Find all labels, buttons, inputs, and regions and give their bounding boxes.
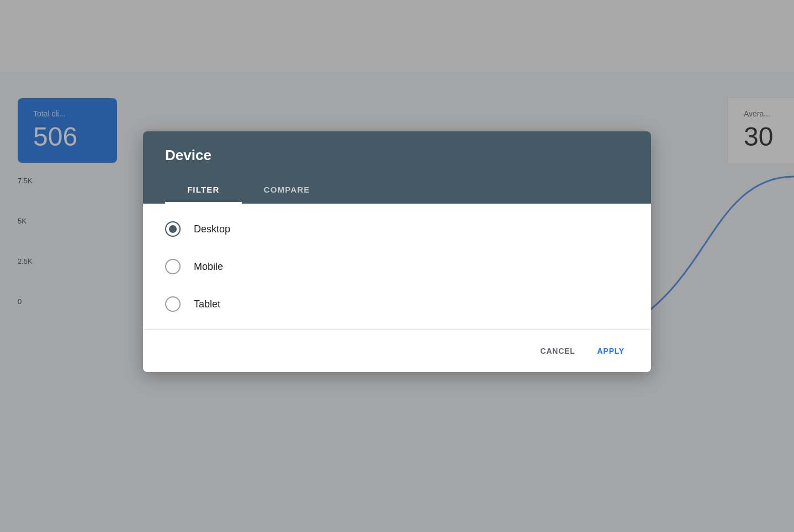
apply-button[interactable]: APPLY xyxy=(589,341,633,361)
modal-title: Device xyxy=(165,147,629,164)
option-desktop[interactable]: Desktop xyxy=(143,210,651,248)
option-tablet[interactable]: Tablet xyxy=(143,285,651,323)
modal-body: Desktop Mobile Tablet CANCEL APPLY xyxy=(143,204,651,372)
radio-mobile[interactable] xyxy=(165,259,181,274)
modal-header: Device FILTER COMPARE xyxy=(143,131,651,204)
radio-tablet[interactable] xyxy=(165,296,181,312)
tab-compare[interactable]: COMPARE xyxy=(242,177,332,204)
modal-footer: CANCEL APPLY xyxy=(143,330,651,372)
modal-tabs: FILTER COMPARE xyxy=(165,177,629,204)
device-modal: Device FILTER COMPARE Desktop Mobile xyxy=(143,131,651,372)
option-desktop-label: Desktop xyxy=(194,224,230,235)
cancel-button[interactable]: CANCEL xyxy=(531,341,584,361)
tab-filter[interactable]: FILTER xyxy=(165,177,242,204)
option-mobile[interactable]: Mobile xyxy=(143,248,651,285)
radio-desktop[interactable] xyxy=(165,221,181,237)
option-mobile-label: Mobile xyxy=(194,261,223,273)
option-tablet-label: Tablet xyxy=(194,299,220,310)
